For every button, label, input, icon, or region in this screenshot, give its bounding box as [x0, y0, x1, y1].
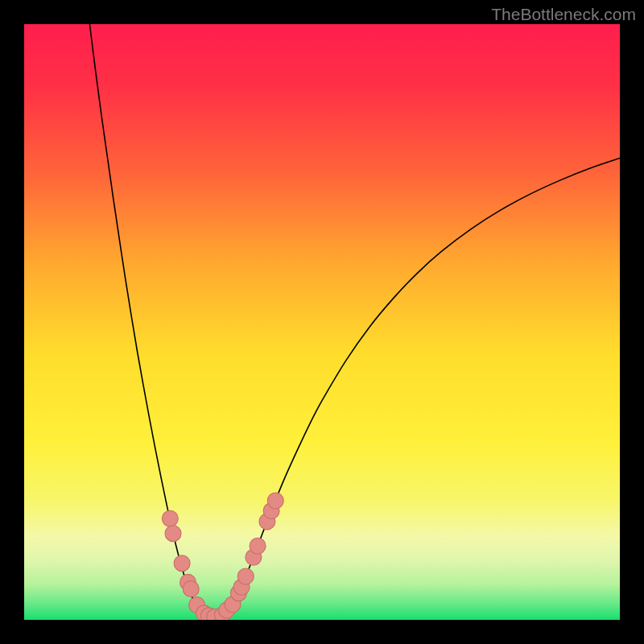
watermark-text: TheBottleneck.com — [491, 5, 636, 24]
marker-point — [267, 493, 283, 509]
chart-frame: TheBottleneck.com — [0, 0, 644, 644]
marker-point — [174, 555, 190, 572]
bottleneck-chart — [24, 24, 620, 620]
plot-background — [24, 24, 620, 620]
marker-point — [165, 526, 181, 542]
marker-point — [237, 568, 254, 584]
marker-point — [162, 510, 178, 526]
marker-point — [183, 581, 199, 597]
marker-point — [250, 538, 266, 554]
